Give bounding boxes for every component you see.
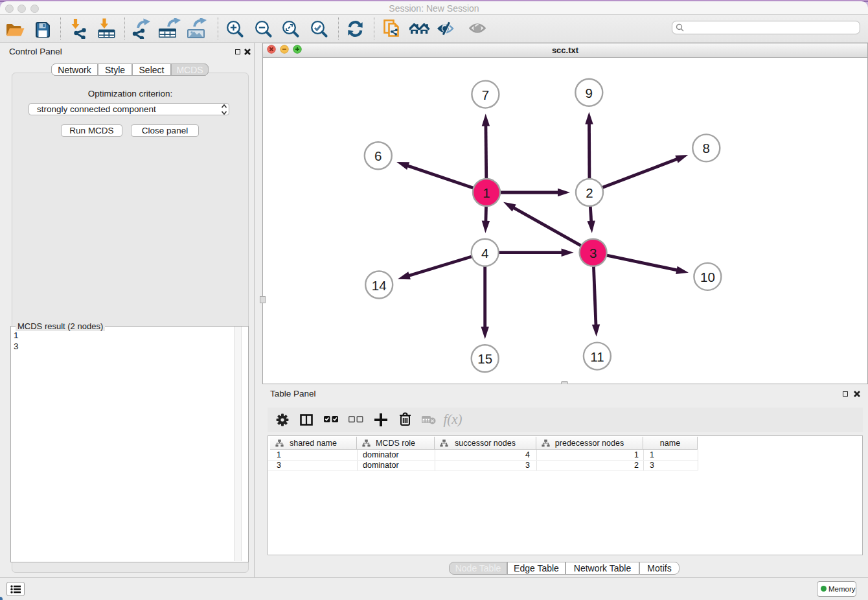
svg-text:1: 1	[483, 185, 490, 200]
svg-text:9: 9	[586, 86, 593, 100]
svg-text:3: 3	[589, 246, 597, 260]
svg-text:4: 4	[481, 246, 488, 260]
svg-text:7: 7	[482, 87, 489, 102]
svg-text:14: 14	[372, 278, 387, 293]
svg-text:2: 2	[586, 185, 593, 200]
svg-text:8: 8	[703, 141, 710, 156]
svg-text:11: 11	[590, 349, 604, 364]
svg-text:15: 15	[477, 351, 492, 366]
svg-text:6: 6	[374, 148, 382, 163]
svg-text:10: 10	[700, 270, 715, 284]
